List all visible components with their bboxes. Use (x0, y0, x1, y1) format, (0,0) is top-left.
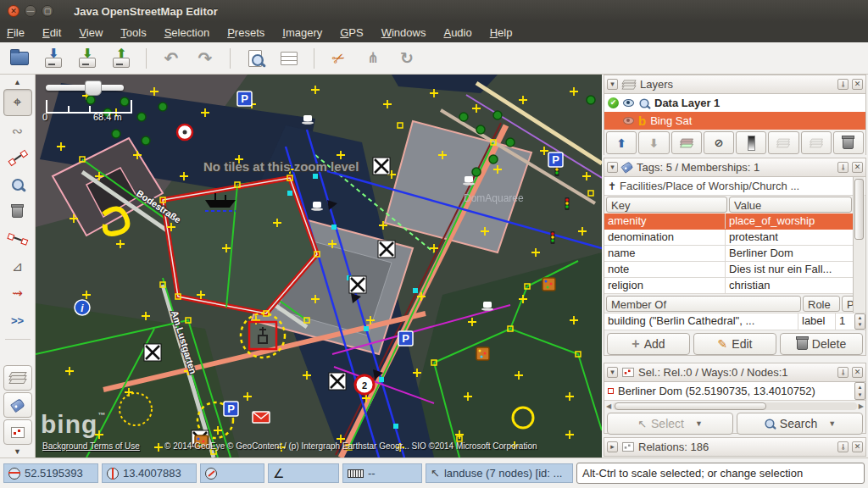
preset-link-row[interactable]: ✝ Facilities/Place of Worship/Church ... (604, 177, 865, 196)
selection-list-item[interactable]: Berliner Dom (52.5190735, 13.4010752) (604, 382, 854, 400)
layers-dialog-button[interactable] (3, 365, 32, 391)
delete-tag-button[interactable]: Delete (780, 333, 863, 355)
merge-layer-button[interactable] (768, 131, 798, 154)
scrollbar-thumb[interactable] (615, 402, 765, 410)
scroll-up-icon[interactable]: ▲ (4, 77, 31, 87)
collapse-icon[interactable]: ▾ (607, 162, 618, 173)
latitude-icon (8, 468, 20, 480)
draw-node-tool-button[interactable] (4, 145, 31, 170)
open-file-button[interactable] (7, 47, 32, 70)
search-objects-button[interactable] (242, 47, 268, 70)
pin-icon[interactable]: ⊸ (837, 367, 849, 378)
duplicate-layer-button[interactable] (801, 131, 832, 154)
terms-of-use-link[interactable]: Background Terms of Use (42, 441, 140, 451)
extrude-tool-button[interactable]: ⊿ (4, 253, 31, 279)
key-column-header[interactable]: Key (606, 197, 727, 213)
menu-tools[interactable]: Tools (120, 26, 146, 39)
more-tools-button[interactable]: >> (4, 308, 31, 333)
zoom-slider[interactable] (46, 85, 124, 91)
selection-panel-title: Sel.: Rel.:0 / Ways:0 / Nodes:1 (638, 366, 834, 379)
crossed-icon (378, 241, 395, 258)
menu-edit[interactable]: Edit (42, 26, 61, 39)
select-button[interactable]: ↖ Select▼ (607, 413, 733, 435)
close-icon[interactable]: ✕ (852, 367, 863, 378)
menu-gps[interactable]: GPS (340, 26, 363, 39)
move-layer-up-button[interactable]: ⬆ (606, 131, 637, 154)
tag-row[interactable]: religionchristian (604, 278, 854, 294)
tag-row[interactable]: nameBerliner Dom (604, 246, 854, 262)
zoom-slider-handle[interactable] (85, 80, 102, 96)
tags-scrollbar[interactable] (853, 177, 865, 313)
expand-icon[interactable]: ▸ (607, 441, 618, 452)
window-minimize-button[interactable]: — (25, 5, 36, 17)
selected-node-berliner-dom[interactable] (249, 322, 276, 349)
tag-row[interactable]: amenityplace_of_worship (604, 214, 854, 230)
scroll-down-icon[interactable]: ▼ (4, 446, 31, 457)
pin-icon[interactable]: ⊸ (837, 441, 849, 452)
redo-button[interactable]: ↷ (192, 47, 218, 70)
menu-file[interactable]: File (7, 26, 25, 39)
close-icon[interactable]: ✕ (852, 79, 863, 90)
tags-panel: ▾ Tags: 5 / Memberships: 1 ⊸ ✕ ✝ Facilit… (604, 158, 866, 356)
menu-windows[interactable]: Windows (381, 26, 426, 39)
role-header[interactable]: Role (803, 296, 840, 312)
menu-audio[interactable]: Audio (443, 26, 471, 39)
tags-dialog-button[interactable] (3, 392, 32, 418)
split-way-button[interactable]: ✂ (326, 47, 352, 70)
activate-layer-button[interactable] (671, 131, 702, 154)
combine-way-button[interactable]: ⋔ (360, 47, 386, 70)
spinner-control[interactable]: ▴▾ (854, 382, 865, 400)
visibility-eye-icon[interactable] (623, 99, 634, 107)
move-layer-down-button[interactable]: ⬇ (638, 131, 669, 154)
delete-layer-button[interactable] (833, 131, 864, 154)
tag-row[interactable]: noteDies ist nur ein Fall... (604, 262, 854, 278)
map-canvas[interactable]: P P P P (36, 75, 602, 458)
menu-presets[interactable]: Presets (227, 26, 264, 39)
membership-dialog-button[interactable] (3, 419, 32, 445)
close-icon[interactable]: ✕ (852, 441, 863, 452)
layer-row-data[interactable]: ✔ Data Layer 1 (604, 94, 865, 112)
scrollbar-thumb[interactable] (854, 179, 864, 240)
window-close-button[interactable]: ✕ (8, 5, 19, 17)
membership-row[interactable]: building ("Berlin Cathedral", ... label … (604, 313, 865, 330)
pin-icon[interactable]: ⊸ (837, 79, 849, 90)
layer-row-bing[interactable]: b Bing Sat (604, 112, 865, 130)
opacity-button[interactable] (736, 131, 766, 154)
update-data-button[interactable]: ↻ (394, 47, 420, 70)
save-button[interactable]: ⬇ (41, 47, 66, 70)
search-button[interactable]: Search▼ (737, 413, 863, 435)
scroll-right-icon[interactable]: ▶ (859, 402, 864, 410)
menu-view[interactable]: View (79, 26, 103, 39)
map-view[interactable]: P P P P (36, 75, 602, 458)
menu-help[interactable]: Help (490, 26, 513, 39)
toolbar-separator (314, 48, 314, 69)
improve-way-tool-button[interactable]: ⇝ (4, 280, 31, 306)
edit-tag-button[interactable]: ✎Edit (693, 333, 776, 355)
window-maximize-button[interactable]: ▢ (42, 5, 53, 17)
selection-scrollbar[interactable]: ◀ ▶ (604, 400, 865, 411)
menu-imagery[interactable]: Imagery (282, 26, 322, 39)
scroll-left-icon[interactable]: ◀ (606, 402, 611, 410)
menu-selection[interactable]: Selection (164, 26, 209, 39)
pin-icon[interactable]: ⊸ (837, 162, 849, 173)
collapse-icon[interactable]: ▾ (607, 79, 618, 90)
preferences-button[interactable] (276, 47, 302, 70)
undo-button[interactable]: ↶ (159, 47, 184, 70)
unglue-tool-button[interactable] (4, 226, 31, 252)
download-data-button[interactable]: ⬇ (75, 47, 100, 70)
marketplace-icon (542, 278, 555, 291)
visibility-eye-icon[interactable] (623, 117, 634, 125)
collapse-icon[interactable]: ▾ (607, 367, 618, 378)
value-column-header[interactable]: Value (729, 197, 852, 213)
tag-row[interactable]: denominationprotestant (604, 230, 854, 246)
select-tool-button[interactable]: ⌖ (3, 89, 32, 116)
upload-data-button[interactable]: ⬆ (108, 47, 134, 70)
member-of-header[interactable]: Member Of (606, 296, 801, 312)
lasso-tool-button[interactable]: ∾ (4, 118, 31, 143)
zoom-tool-button[interactable] (4, 172, 31, 197)
spinner-control[interactable]: ▴▾ (854, 313, 865, 330)
add-tag-button[interactable]: +Add (607, 333, 690, 355)
close-icon[interactable]: ✕ (852, 162, 863, 173)
toggle-visibility-button[interactable]: ⊘ (704, 131, 734, 154)
delete-tool-button[interactable] (4, 199, 31, 225)
